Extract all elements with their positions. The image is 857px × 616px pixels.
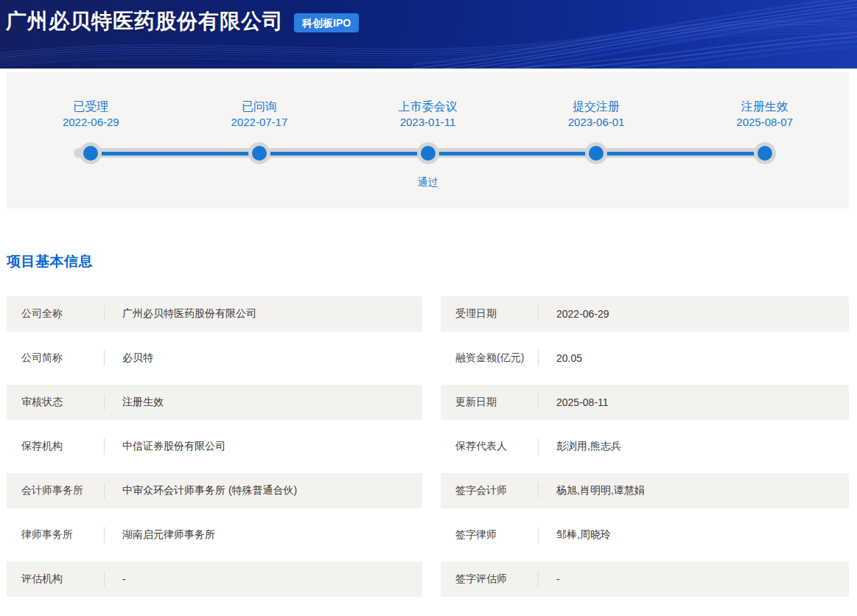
divider [538, 306, 539, 322]
info-label: 公司简称 [21, 351, 104, 365]
info-column-left: 公司全称 广州必贝特医药股份有限公司 公司简称 必贝特 审核状态 注册生效 保荐… [7, 296, 422, 606]
info-label: 签字评估师 [455, 573, 538, 586]
divider [104, 438, 105, 455]
ipo-board-badge: 科创板IPO [294, 13, 359, 32]
page-header: 广州必贝特医药股份有限公司 科创板IPO [0, 0, 857, 69]
timeline-stage-accepted: 已受理 2022-06-29 [24, 99, 157, 130]
stage-date: 2022-06-29 [24, 115, 157, 130]
stage-label: 已问询 [193, 99, 326, 115]
info-value: 必贝特 [122, 351, 153, 365]
timeline-node-icon [585, 142, 607, 164]
info-label: 融资金额(亿元) [455, 351, 538, 365]
info-label: 更新日期 [455, 396, 538, 409]
divider [538, 394, 539, 410]
info-value: - [122, 573, 126, 585]
info-label: 公司全称 [21, 307, 104, 321]
info-value: 彭浏用,熊志兵 [556, 440, 621, 453]
info-label: 律师事务所 [21, 528, 104, 542]
divider [538, 438, 539, 455]
info-value: 20.05 [556, 352, 582, 364]
divider [104, 527, 105, 543]
info-value: - [556, 573, 560, 585]
info-value: 中信证券股份有限公司 [122, 440, 225, 453]
timeline-stage-committee: 上市委会议 2023-01-11 [362, 99, 494, 130]
info-value: 注册生效 [122, 396, 164, 409]
stage-date: 2025-08-07 [699, 115, 831, 130]
info-label: 签字会计师 [455, 484, 538, 497]
divider [538, 483, 539, 499]
info-value: 广州必贝特医药股份有限公司 [122, 307, 256, 321]
info-row-signing-lawyers: 签字律师 邹棒,周晓玲 [441, 517, 849, 553]
info-row-company-short-name: 公司简称 必贝特 [7, 340, 422, 376]
divider [104, 306, 105, 322]
timeline-stage-inquired: 已问询 2022-07-17 [193, 99, 326, 130]
info-row-acceptance-date: 受理日期 2022-06-29 [441, 296, 849, 332]
timeline-node-icon [417, 142, 439, 164]
info-column-right: 受理日期 2022-06-29 融资金额(亿元) 20.05 更新日期 2025… [441, 296, 849, 606]
stage-date: 2023-01-11 [362, 115, 494, 130]
divider [104, 394, 105, 410]
info-row-accounting-firm: 会计师事务所 中审众环会计师事务所 (特殊普通合伙) [7, 473, 422, 508]
timeline-stage-registration-submitted: 提交注册 2023-06-01 [530, 99, 662, 130]
section-title-basic-info: 项目基本信息 [7, 252, 857, 271]
info-row-law-firm: 律师事务所 湖南启元律师事务所 [7, 517, 422, 553]
timeline-stage-registration-effective: 注册生效 2025-08-07 [699, 99, 831, 130]
info-row-signing-appraisers: 签字评估师 - [441, 561, 849, 597]
info-value: 湖南启元律师事务所 [122, 528, 215, 542]
info-label: 保荐代表人 [455, 440, 538, 453]
divider [104, 483, 105, 499]
info-row-sponsor-representatives: 保荐代表人 彭浏用,熊志兵 [441, 429, 849, 464]
info-label: 会计师事务所 [21, 484, 104, 497]
info-label: 评估机构 [21, 573, 104, 586]
info-row-review-status: 审核状态 注册生效 [7, 385, 422, 420]
stage-label: 上市委会议 [362, 99, 494, 115]
timeline-node-icon [248, 142, 270, 164]
committee-result-link[interactable]: 通过 [418, 175, 438, 189]
stage-label: 提交注册 [530, 99, 662, 115]
divider [104, 571, 105, 587]
info-row-financing-amount: 融资金额(亿元) 20.05 [441, 340, 849, 376]
info-value: 杨旭,肖明明,谭慧娟 [556, 484, 645, 497]
timeline-node-icon [80, 142, 102, 164]
info-label: 审核状态 [21, 396, 104, 409]
info-row-company-full-name: 公司全称 广州必贝特医药股份有限公司 [7, 296, 422, 332]
stage-label: 已受理 [24, 99, 157, 115]
info-label: 受理日期 [455, 307, 538, 321]
stage-date: 2023-06-01 [530, 115, 662, 130]
divider [104, 350, 105, 366]
stage-label: 注册生效 [699, 99, 831, 115]
basic-info-table: 公司全称 广州必贝特医药股份有限公司 公司简称 必贝特 审核状态 注册生效 保荐… [7, 296, 849, 606]
stage-date: 2022-07-17 [193, 115, 326, 130]
info-row-sponsor: 保荐机构 中信证券股份有限公司 [7, 429, 422, 464]
info-value: 2022-06-29 [556, 308, 609, 320]
divider [538, 571, 539, 587]
info-value: 邹棒,周晓玲 [556, 528, 611, 542]
timeline-node-icon [754, 142, 776, 164]
info-row-signing-accountants: 签字会计师 杨旭,肖明明,谭慧娟 [441, 473, 849, 508]
divider [538, 350, 539, 366]
info-value: 中审众环会计师事务所 (特殊普通合伙) [122, 484, 297, 497]
info-label: 保荐机构 [21, 440, 104, 453]
divider [538, 527, 539, 543]
info-label: 签字律师 [455, 528, 538, 542]
info-row-update-date: 更新日期 2025-08-11 [441, 385, 849, 420]
ipo-timeline: 已受理 2022-06-29 已问询 2022-07-17 上市委会议 2023… [7, 72, 849, 209]
info-value: 2025-08-11 [556, 396, 609, 408]
info-row-appraisal-agency: 评估机构 - [7, 561, 422, 597]
company-title: 广州必贝特医药股份有限公司 [6, 7, 284, 35]
